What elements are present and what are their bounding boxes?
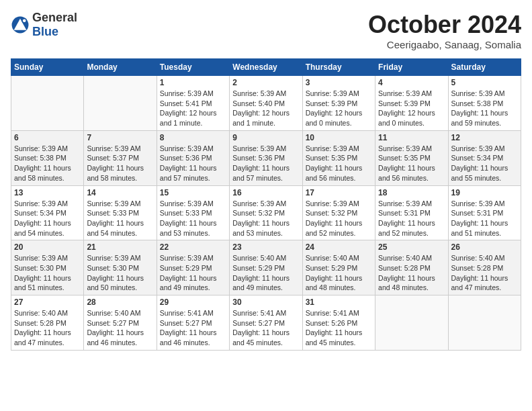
- calendar-cell: 12Sunrise: 5:39 AMSunset: 5:34 PMDayligh…: [448, 130, 521, 185]
- day-number: 6: [14, 133, 81, 142]
- calendar-cell: 11Sunrise: 5:39 AMSunset: 5:35 PMDayligh…: [375, 130, 448, 185]
- day-number: 4: [378, 78, 445, 87]
- day-number: 27: [14, 298, 81, 307]
- calendar-cell: 25Sunrise: 5:40 AMSunset: 5:28 PMDayligh…: [375, 240, 448, 295]
- calendar-cell: 27Sunrise: 5:40 AMSunset: 5:28 PMDayligh…: [11, 295, 84, 351]
- logo: General Blue: [11, 11, 77, 39]
- cell-details: Sunrise: 5:40 AMSunset: 5:28 PMDaylight:…: [378, 253, 445, 293]
- cell-details: Sunrise: 5:39 AMSunset: 5:30 PMDaylight:…: [87, 253, 153, 293]
- day-number: 9: [232, 133, 299, 142]
- calendar-cell: 20Sunrise: 5:39 AMSunset: 5:30 PMDayligh…: [11, 240, 84, 295]
- cell-details: Sunrise: 5:39 AMSunset: 5:36 PMDaylight:…: [160, 144, 226, 183]
- cell-details: Sunrise: 5:39 AMSunset: 5:30 PMDaylight:…: [14, 253, 81, 293]
- day-number: 21: [87, 242, 153, 252]
- cell-details: Sunrise: 5:39 AMSunset: 5:32 PMDaylight:…: [232, 199, 299, 238]
- weekday-header-monday: Monday: [84, 59, 157, 76]
- weekday-header-saturday: Saturday: [448, 59, 521, 76]
- calendar-cell: 18Sunrise: 5:39 AMSunset: 5:31 PMDayligh…: [375, 185, 448, 240]
- calendar-cell: 14Sunrise: 5:39 AMSunset: 5:33 PMDayligh…: [84, 185, 157, 240]
- calendar-cell: 7Sunrise: 5:39 AMSunset: 5:37 PMDaylight…: [84, 130, 157, 185]
- day-number: 24: [306, 242, 372, 252]
- cell-details: Sunrise: 5:39 AMSunset: 5:33 PMDaylight:…: [160, 199, 226, 238]
- day-number: 5: [451, 78, 518, 87]
- calendar-week-3: 13Sunrise: 5:39 AMSunset: 5:34 PMDayligh…: [11, 185, 521, 240]
- cell-details: Sunrise: 5:40 AMSunset: 5:28 PMDaylight:…: [451, 253, 518, 293]
- calendar-cell: 17Sunrise: 5:39 AMSunset: 5:32 PMDayligh…: [302, 185, 375, 240]
- day-number: 16: [232, 188, 299, 197]
- cell-details: Sunrise: 5:39 AMSunset: 5:33 PMDaylight:…: [87, 199, 153, 238]
- cell-details: Sunrise: 5:39 AMSunset: 5:31 PMDaylight:…: [451, 199, 518, 238]
- day-number: 31: [306, 298, 372, 307]
- day-number: 28: [87, 298, 153, 307]
- day-number: 26: [451, 242, 518, 252]
- calendar-cell: [375, 295, 448, 351]
- day-number: 30: [232, 298, 299, 307]
- day-number: 17: [306, 188, 372, 197]
- cell-details: Sunrise: 5:39 AMSunset: 5:32 PMDaylight:…: [306, 199, 372, 238]
- calendar-cell: 10Sunrise: 5:39 AMSunset: 5:35 PMDayligh…: [302, 130, 375, 185]
- cell-details: Sunrise: 5:40 AMSunset: 5:29 PMDaylight:…: [306, 253, 372, 293]
- calendar-cell: 24Sunrise: 5:40 AMSunset: 5:29 PMDayligh…: [302, 240, 375, 295]
- cell-details: Sunrise: 5:39 AMSunset: 5:34 PMDaylight:…: [451, 144, 518, 183]
- weekday-header-friday: Friday: [375, 59, 448, 76]
- cell-details: Sunrise: 5:39 AMSunset: 5:38 PMDaylight:…: [451, 89, 518, 128]
- logo-blue: Blue: [32, 25, 58, 38]
- calendar-week-4: 20Sunrise: 5:39 AMSunset: 5:30 PMDayligh…: [11, 240, 521, 295]
- calendar-cell: 15Sunrise: 5:39 AMSunset: 5:33 PMDayligh…: [157, 185, 229, 240]
- cell-details: Sunrise: 5:41 AMSunset: 5:27 PMDaylight:…: [160, 308, 226, 348]
- svg-point-3: [23, 19, 26, 22]
- calendar-cell: [448, 295, 521, 351]
- cell-details: Sunrise: 5:39 AMSunset: 5:36 PMDaylight:…: [232, 144, 299, 183]
- calendar-cell: 3Sunrise: 5:39 AMSunset: 5:39 PMDaylight…: [302, 76, 375, 131]
- cell-details: Sunrise: 5:39 AMSunset: 5:29 PMDaylight:…: [160, 253, 226, 293]
- day-number: 12: [451, 133, 518, 142]
- cell-details: Sunrise: 5:39 AMSunset: 5:41 PMDaylight:…: [160, 89, 226, 128]
- calendar-cell: 26Sunrise: 5:40 AMSunset: 5:28 PMDayligh…: [448, 240, 521, 295]
- day-number: 10: [306, 133, 372, 142]
- logo-text: General Blue: [32, 11, 77, 39]
- day-number: 19: [451, 188, 518, 197]
- calendar-body: 1Sunrise: 5:39 AMSunset: 5:41 PMDaylight…: [11, 76, 521, 351]
- cell-details: Sunrise: 5:39 AMSunset: 5:34 PMDaylight:…: [14, 199, 81, 238]
- weekday-header-thursday: Thursday: [302, 59, 375, 76]
- calendar-cell: 6Sunrise: 5:39 AMSunset: 5:38 PMDaylight…: [11, 130, 84, 185]
- calendar-cell: 2Sunrise: 5:39 AMSunset: 5:40 PMDaylight…: [230, 76, 302, 131]
- cell-details: Sunrise: 5:39 AMSunset: 5:35 PMDaylight:…: [306, 144, 372, 183]
- logo-icon: [11, 15, 30, 34]
- calendar-cell: 4Sunrise: 5:39 AMSunset: 5:39 PMDaylight…: [375, 76, 448, 131]
- cell-details: Sunrise: 5:39 AMSunset: 5:39 PMDaylight:…: [378, 89, 445, 128]
- day-number: 25: [378, 242, 445, 252]
- calendar-cell: 19Sunrise: 5:39 AMSunset: 5:31 PMDayligh…: [448, 185, 521, 240]
- cell-details: Sunrise: 5:41 AMSunset: 5:27 PMDaylight:…: [232, 308, 299, 348]
- cell-details: Sunrise: 5:41 AMSunset: 5:26 PMDaylight:…: [306, 308, 372, 348]
- cell-details: Sunrise: 5:39 AMSunset: 5:39 PMDaylight:…: [306, 89, 372, 128]
- month-title: October 2024: [368, 11, 521, 39]
- calendar-cell: 5Sunrise: 5:39 AMSunset: 5:38 PMDaylight…: [448, 76, 521, 131]
- day-number: 29: [160, 298, 226, 307]
- day-number: 2: [232, 78, 299, 87]
- day-number: 11: [378, 133, 445, 142]
- cell-details: Sunrise: 5:39 AMSunset: 5:40 PMDaylight:…: [232, 89, 299, 128]
- calendar-cell: 28Sunrise: 5:40 AMSunset: 5:27 PMDayligh…: [84, 295, 157, 351]
- calendar-cell: [84, 76, 157, 131]
- day-number: 23: [232, 242, 299, 252]
- cell-details: Sunrise: 5:39 AMSunset: 5:37 PMDaylight:…: [87, 144, 153, 183]
- calendar-week-1: 1Sunrise: 5:39 AMSunset: 5:41 PMDaylight…: [11, 76, 521, 131]
- day-number: 3: [306, 78, 372, 87]
- weekday-header-sunday: Sunday: [11, 59, 84, 76]
- cell-details: Sunrise: 5:39 AMSunset: 5:31 PMDaylight:…: [378, 199, 445, 238]
- cell-details: Sunrise: 5:40 AMSunset: 5:29 PMDaylight:…: [232, 253, 299, 293]
- calendar-cell: 1Sunrise: 5:39 AMSunset: 5:41 PMDaylight…: [157, 76, 229, 131]
- calendar-cell: 22Sunrise: 5:39 AMSunset: 5:29 PMDayligh…: [157, 240, 229, 295]
- cell-details: Sunrise: 5:39 AMSunset: 5:38 PMDaylight:…: [14, 144, 81, 183]
- calendar-cell: 31Sunrise: 5:41 AMSunset: 5:26 PMDayligh…: [302, 295, 375, 351]
- location-subtitle: Ceerigaabo, Sanaag, Somalia: [368, 39, 521, 50]
- day-number: 7: [87, 133, 153, 142]
- day-number: 14: [87, 188, 153, 197]
- cell-details: Sunrise: 5:39 AMSunset: 5:35 PMDaylight:…: [378, 144, 445, 183]
- calendar-cell: 16Sunrise: 5:39 AMSunset: 5:32 PMDayligh…: [230, 185, 302, 240]
- calendar-cell: 21Sunrise: 5:39 AMSunset: 5:30 PMDayligh…: [84, 240, 157, 295]
- title-block: October 2024 Ceerigaabo, Sanaag, Somalia: [368, 11, 521, 50]
- calendar-cell: 23Sunrise: 5:40 AMSunset: 5:29 PMDayligh…: [230, 240, 302, 295]
- weekday-header-tuesday: Tuesday: [157, 59, 229, 76]
